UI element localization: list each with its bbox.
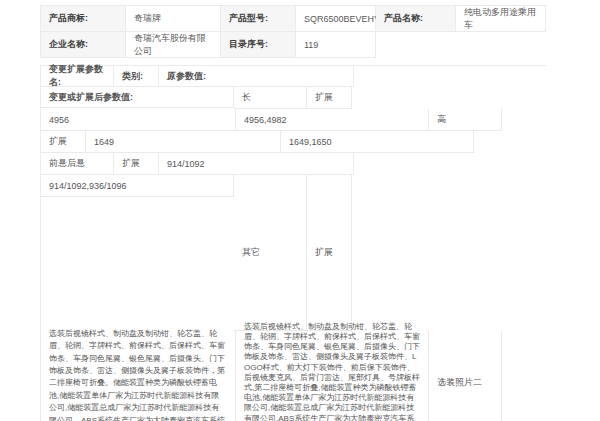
product-model-value: SQR6500BEVEHY5 xyxy=(296,6,376,32)
row-overhang-changed: 914/1092,936/1096 xyxy=(41,175,234,197)
product-brand-label: 产品商标: xyxy=(41,6,126,32)
row-other-changed: 选装后视镜样式、制动盘及制动钳、轮芯盖、轮眉、轮辋、字牌样式、前保样式、后保样式… xyxy=(236,331,429,421)
product-model-label: 产品型号: xyxy=(221,6,296,32)
catalog-number-value: 119 xyxy=(296,32,376,58)
parameters-table: 变更扩展参数名: 类别: 原参数值: 变更或扩展后参数值: 长 扩展 4956 … xyxy=(40,65,546,421)
product-name-value: 纯电动多用途乘用车 xyxy=(456,6,546,32)
header-original-value: 原参数值: xyxy=(159,66,354,87)
row-height-category: 扩展 xyxy=(41,131,86,153)
other-original-text: 选装后视镜样式、制动盘及制动钳、轮芯盖、轮眉、轮辋、字牌样式、前保样式、后保样式… xyxy=(49,328,227,421)
info-table-empty-area xyxy=(376,32,546,58)
other-changed-text: 选装后视镜样式、制动盘及制动钳、轮芯盖、轮眉、轮辋、字牌样式、前保样式、后保样式… xyxy=(244,322,420,421)
row-other-name: 其它 xyxy=(234,175,307,331)
row-length-category: 扩展 xyxy=(307,87,352,109)
row-length-name: 长 xyxy=(234,87,307,109)
row-length-original: 4956 xyxy=(41,109,236,131)
catalog-number-label: 目录序号: xyxy=(221,32,296,58)
product-info-table: 产品商标: 奇瑞牌 产品型号: SQR6500BEVEHY5 产品名称: 纯电动… xyxy=(40,5,546,58)
row-height-name: 高 xyxy=(429,109,502,131)
row-other-original: 选装后视镜样式、制动盘及制动钳、轮芯盖、轮眉、轮辋、字牌样式、前保样式、后保样式… xyxy=(41,331,236,421)
row-overhang-name: 前悬后悬 xyxy=(41,153,114,175)
product-name-label: 产品名称: xyxy=(376,6,456,32)
row-photos-name: 选装照片二 xyxy=(429,331,502,421)
company-name-value: 奇瑞汽车股份有限公司 xyxy=(126,32,221,58)
header-category: 类别: xyxy=(114,66,159,87)
vehicle-change-extension-document: 产品商标: 奇瑞牌 产品型号: SQR6500BEVEHY5 产品名称: 纯电动… xyxy=(40,5,546,421)
header-parameter-name: 变更扩展参数名: xyxy=(41,66,114,87)
row-other-category: 扩展 xyxy=(307,175,352,331)
row-height-original: 1649 xyxy=(86,131,281,153)
row-length-changed: 4956,4982 xyxy=(236,109,429,131)
product-brand-value: 奇瑞牌 xyxy=(126,6,221,32)
row-overhang-original: 914/1092 xyxy=(159,153,354,175)
company-name-label: 企业名称: xyxy=(41,32,126,58)
row-height-changed: 1649,1650 xyxy=(281,131,474,153)
row-overhang-category: 扩展 xyxy=(114,153,159,175)
header-changed-value: 变更或扩展后参数值: xyxy=(41,87,234,108)
